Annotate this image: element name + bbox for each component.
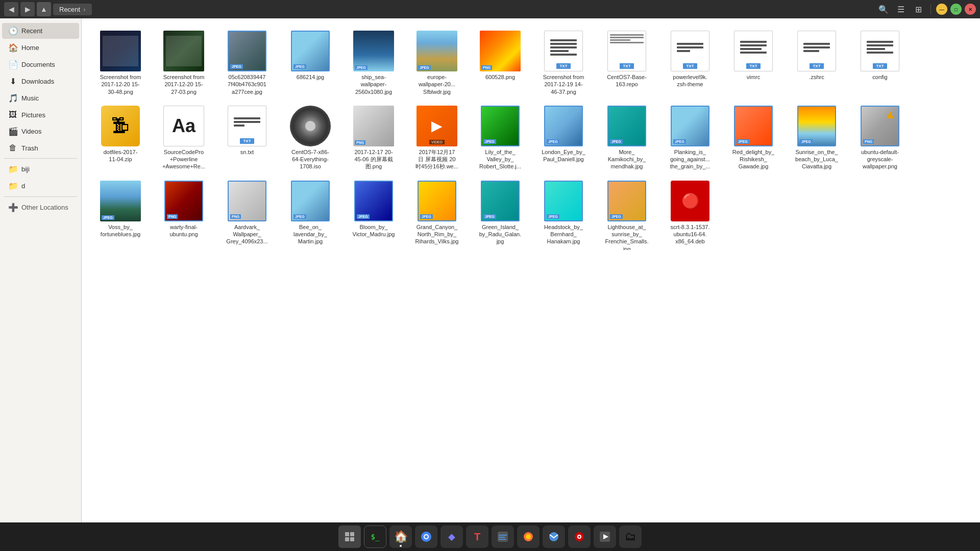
taskbar-terminal[interactable]: $_ [364, 525, 386, 548]
file-thumbnail: TXT [227, 106, 267, 146]
list-item[interactable]: JPEG Lily_of_the_Valley_by_Robert_Slotte… [470, 102, 531, 174]
list-item[interactable]: TXT vimrc [723, 27, 784, 99]
file-name: Green_Island_by_Radu_Galan.jpg [479, 223, 522, 245]
up-button[interactable]: ▲ [37, 2, 51, 16]
list-item[interactable]: JPEG Bee_on_lavendar_by_Martin.jpg [280, 177, 341, 254]
list-item[interactable]: PNG Aardvark_Wallpaper_Grey_4096x23... [216, 177, 278, 254]
list-item[interactable]: JPEG Planking_is_going_against...the_gra… [659, 102, 721, 174]
file-thumbnail: JPEG [543, 106, 584, 146]
forward-button[interactable]: ▶ [20, 2, 35, 16]
list-item[interactable]: TXT CentOS7-Base-163.repo [596, 27, 657, 99]
sidebar-item-home[interactable]: 🏠 Home [2, 40, 79, 56]
file-thumbnail: TXT [796, 31, 837, 71]
taskbar: $_ 🏠 ◆ T [0, 522, 980, 551]
file-name: .zshrc [809, 73, 824, 81]
list-item[interactable]: JPEG ship_sea-wallpaper-2560x1080.jpg [343, 27, 404, 99]
list-item[interactable]: PNG 600528.png [470, 27, 531, 99]
list-item[interactable]: TXT powerlevel9k.zsh-theme [659, 27, 721, 99]
file-thumbnail: PNG [163, 181, 204, 221]
sidebar-item-trash[interactable]: 🗑 Trash [2, 140, 79, 156]
sidebar-divider-1 [4, 158, 77, 159]
list-item[interactable]: TXT sn.txt [216, 102, 278, 174]
file-name: 2017年12月17日 屏幕视频 20时45分16秒.we... [415, 148, 458, 170]
taskbar-files[interactable]: 🏠 [389, 525, 412, 548]
back-button[interactable]: ◀ [4, 2, 18, 16]
titlebar: ◀ ▶ ▲ Recent › 🔍 ☰ ⊞ — □ ✕ [0, 0, 980, 18]
file-thumbnail: JPEG [480, 106, 521, 146]
list-item[interactable]: PNG ubuntu-default-greyscale-wallpaper.p… [849, 102, 911, 174]
taskbar-files2[interactable]: 🗂 [619, 525, 642, 548]
list-item[interactable]: JPEG Headstock_by_Bernhard_Hanakam.jpg [533, 177, 594, 254]
file-thumbnail: TXT [606, 31, 647, 71]
list-item[interactable]: TXT Screenshot from2017-12-19 14-46-37.p… [533, 27, 594, 99]
list-item[interactable]: ▶ VIDEO 2017年12月17日 屏幕视频 20时45分16秒.we... [406, 102, 468, 174]
search-button[interactable]: 🔍 [876, 2, 891, 16]
list-item[interactable]: 🗜 dotfiles-2017-11-04.zip [90, 102, 151, 174]
taskbar-firefox[interactable] [517, 525, 540, 548]
taskbar-chrome[interactable] [415, 525, 437, 548]
file-name: Screenshot from2017-12-20 15-30-48.png [100, 73, 141, 95]
list-item[interactable]: JPEG Lighthouse_at_sunrise_by_Frenchie_S… [596, 177, 657, 254]
sidebar-item-downloads[interactable]: ⬇ Downloads [2, 73, 79, 89]
file-name: Grand_Canyon_North_Rim_by_Rihards_Vilks.… [415, 223, 459, 245]
documents-icon: 📄 [8, 60, 17, 69]
list-item[interactable]: JPEG Green_Island_by_Radu_Galan.jpg [470, 177, 531, 254]
file-name: Sunrise_on_the_beach_by_Luca_Ciavatta.jp… [795, 148, 838, 170]
svg-point-6 [425, 535, 428, 538]
sidebar-item-documents[interactable]: 📄 Documents [2, 57, 79, 72]
sidebar-item-biji[interactable]: 📁 biji [2, 161, 79, 177]
file-name: CentOS7-Base-163.repo [607, 73, 647, 88]
maximize-button[interactable]: □ [950, 4, 962, 15]
file-name: ubuntu-default-greyscale-wallpaper.png [861, 148, 899, 170]
svg-rect-1 [350, 532, 354, 536]
path-label: Recent [59, 6, 80, 13]
view-grid-button[interactable]: ⊞ [911, 2, 925, 16]
list-item[interactable]: TXT .zshrc [786, 27, 847, 99]
file-name: Screenshot from2017-12-20 15-27-03.png [163, 73, 205, 95]
view-list-button[interactable]: ☰ [894, 2, 908, 16]
file-thumbnail [163, 31, 204, 71]
list-item[interactable]: JPEG Sunrise_on_the_beach_by_Luca_Ciavat… [786, 102, 847, 174]
list-item[interactable]: PNG warty-final-ubuntu.png [153, 177, 214, 254]
list-item[interactable]: JPEG 05c6208394477f40b4763c901a277cee.jp… [216, 27, 278, 99]
file-thumbnail: JPEG [606, 181, 647, 221]
file-name: Aardvark_Wallpaper_Grey_4096x23... [226, 223, 267, 245]
list-item[interactable]: JPEG 686214.jpg [280, 27, 341, 99]
taskbar-rhythmbox[interactable] [492, 525, 514, 548]
taskbar-tasks[interactable]: T [466, 525, 488, 548]
file-grid: Screenshot from2017-12-20 15-30-48.png S… [90, 27, 972, 254]
file-name: dotfiles-2017-11-04.zip [104, 148, 138, 163]
pictures-icon: 🖼 [8, 110, 17, 119]
list-item[interactable]: 🔴 scrt-8.3.1-1537.ubuntu16-64.x86_64.deb [659, 177, 721, 254]
taskbar-netease[interactable] [568, 525, 591, 548]
sidebar-item-videos[interactable]: 🎬 Videos [2, 123, 79, 139]
music-icon: 🎵 [8, 93, 17, 103]
file-thumbnail: JPEG [543, 181, 584, 221]
list-item[interactable]: Screenshot from2017-12-20 15-27-03.png [153, 27, 214, 99]
list-item[interactable]: JPEG London_Eye_by_Paul_Daniell.jpg [533, 102, 594, 174]
list-item[interactable]: TXT config [849, 27, 911, 99]
list-item[interactable]: Screenshot from2017-12-20 15-30-48.png [90, 27, 151, 99]
list-item[interactable]: JPEG Red_delight_by_Rishikesh_Gawade.jpg [723, 102, 784, 174]
list-item[interactable]: Aa SourceCodePro+Powerline+Awesome+Re... [153, 102, 214, 174]
taskbar-thunderbird[interactable] [543, 525, 565, 548]
sidebar-item-music[interactable]: 🎵 Music [2, 90, 79, 106]
taskbar-player[interactable] [594, 525, 616, 548]
sidebar-item-d[interactable]: 📁 d [2, 178, 79, 194]
list-item[interactable]: JPEG Grand_Canyon_North_Rim_by_Rihards_V… [406, 177, 468, 254]
sidebar-item-pictures[interactable]: 🖼 Pictures [2, 107, 79, 122]
list-item[interactable]: JPEG Bloom_by_Victor_Madru.jpg [343, 177, 404, 254]
sidebar-item-recent[interactable]: 🕒 Recent [2, 23, 79, 39]
list-item[interactable]: JPEG More_Kamikochi_by_mendhak.jpg [596, 102, 657, 174]
list-item[interactable]: PNG 2017-12-17 20-45-06 的屏幕截图.png [343, 102, 404, 174]
taskbar-dev[interactable]: ◆ [440, 525, 463, 548]
list-item[interactable]: JPEG Voss_by_fortuneblues.jpg [90, 177, 151, 254]
sidebar-item-other-locations[interactable]: ➕ Other Locations [2, 199, 79, 215]
file-thumbnail: JPEG [480, 181, 521, 221]
close-button[interactable]: ✕ [965, 4, 976, 15]
taskbar-apps-grid[interactable] [338, 525, 361, 548]
list-item[interactable]: JPEG europe-wallpaper-20...Sfblwdr.jpg [406, 27, 468, 99]
list-item[interactable]: CentOS-7-x86-64-Everything-1708.iso [280, 102, 341, 174]
svg-rect-3 [350, 537, 354, 541]
minimize-button[interactable]: — [936, 4, 947, 15]
